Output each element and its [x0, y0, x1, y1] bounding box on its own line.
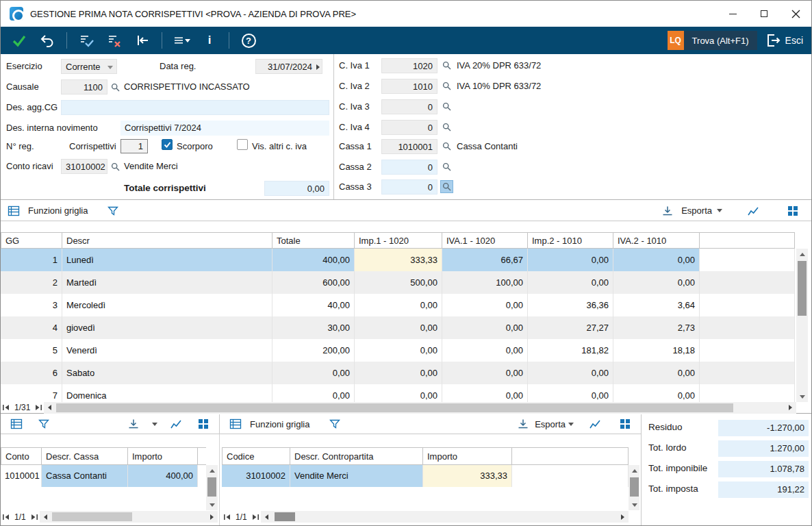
cell[interactable]: 30,00 — [272, 316, 355, 339]
search-button[interactable] — [440, 79, 453, 92]
minimize-button[interactable] — [717, 1, 748, 27]
scroll-up-button[interactable] — [796, 249, 808, 260]
column-header-filler[interactable] — [700, 232, 795, 249]
contropartita-vscrollbar[interactable] — [629, 465, 639, 510]
column-header[interactable]: Importo — [423, 447, 512, 465]
esercizio-select[interactable]: Corrente — [61, 59, 117, 74]
table-row[interactable]: 7Domenica0,000,000,000,000,00 — [1, 384, 795, 402]
layout-grid-button[interactable] — [616, 415, 634, 433]
cell[interactable] — [700, 249, 795, 271]
causale-code-field[interactable]: 1100 — [61, 79, 107, 95]
cell[interactable]: Cassa Contanti — [42, 465, 128, 487]
column-header[interactable]: Importo — [128, 447, 198, 465]
maximize-button[interactable] — [748, 1, 780, 27]
cell[interactable]: 2,73 — [613, 316, 700, 339]
cell[interactable]: 0,00 — [442, 316, 528, 339]
cell[interactable]: 0,00 — [442, 362, 528, 384]
cell[interactable] — [700, 362, 795, 384]
conto-ricavi-search-button[interactable] — [109, 160, 122, 173]
vis-altri-checkbox[interactable] — [237, 139, 248, 150]
column-header[interactable]: GG — [1, 232, 62, 249]
code-field[interactable]: 1020 — [381, 58, 437, 73]
column-header[interactable]: Imp.1 - 1020 — [355, 232, 442, 249]
cell[interactable]: 0,00 — [355, 316, 442, 339]
cell[interactable]: 0,00 — [272, 362, 355, 384]
cell[interactable]: 1010001 — [1, 465, 42, 487]
cell[interactable]: 0,00 — [442, 294, 528, 316]
cell[interactable]: 0,00 — [528, 384, 613, 402]
cell[interactable]: 0,00 — [355, 362, 442, 384]
contropartita-hscrollbar[interactable] — [261, 511, 629, 523]
scrollbar-thumb[interactable] — [798, 261, 807, 316]
chart-button[interactable] — [744, 202, 762, 220]
cell[interactable] — [700, 316, 795, 339]
cassa-vscrollbar[interactable] — [206, 465, 218, 510]
chart-button[interactable] — [586, 415, 604, 433]
layout-grid-button[interactable] — [784, 202, 802, 220]
cell[interactable]: Martedì — [62, 271, 272, 294]
cell[interactable] — [700, 339, 795, 362]
first-page-button[interactable] — [222, 511, 233, 523]
help-button[interactable]: ? — [240, 32, 257, 49]
scroll-left-button[interactable] — [40, 511, 51, 523]
cell[interactable]: 0,00 — [528, 362, 613, 384]
chevron-down-icon[interactable] — [568, 423, 574, 426]
des-interna-field[interactable]: Corrispettivi 7/2024 — [120, 121, 329, 136]
cell[interactable]: Mercoledì — [62, 294, 272, 316]
first-page-button[interactable] — [1, 511, 12, 523]
cell[interactable]: Venerdì — [62, 339, 272, 362]
main-grid-vscrollbar[interactable] — [796, 249, 808, 402]
table-row[interactable]: 1Lunedì400,00333,3366,670,000,00 — [1, 249, 795, 271]
column-header[interactable]: Descr — [62, 232, 272, 249]
cell[interactable]: 0,00 — [613, 362, 700, 384]
exit-button[interactable]: Esci — [765, 33, 803, 48]
menu-button[interactable] — [173, 32, 190, 49]
cancel-rows-button[interactable] — [105, 32, 123, 49]
search-button[interactable] — [440, 59, 453, 72]
export-button[interactable] — [125, 415, 142, 433]
cell[interactable] — [700, 294, 795, 316]
scroll-up-button[interactable] — [206, 465, 218, 476]
info-button[interactable]: i — [201, 32, 218, 49]
first-page-button[interactable] — [1, 402, 12, 414]
table-row[interactable]: 4giovedì30,000,000,0027,272,73 — [1, 316, 795, 339]
export-label[interactable]: Esporta — [535, 419, 566, 429]
filter-button[interactable] — [104, 202, 122, 220]
cell[interactable]: 3 — [1, 294, 62, 316]
cell[interactable]: 0,00 — [272, 384, 355, 402]
cell[interactable]: 400,00 — [128, 465, 198, 487]
column-header-filler[interactable] — [198, 447, 206, 465]
cell[interactable]: 0,00 — [442, 384, 528, 402]
column-header[interactable]: Conto — [1, 447, 42, 465]
cell[interactable]: 0,00 — [442, 339, 528, 362]
table-row[interactable]: 2Martedì600,00500,00100,000,000,00 — [1, 271, 795, 294]
cell[interactable]: 100,00 — [442, 271, 528, 294]
code-field[interactable]: 1010001 — [381, 139, 437, 154]
data-reg-field[interactable]: 31/07/2024 — [255, 59, 322, 74]
table-row[interactable]: 1010001Cassa Contanti400,00 — [1, 465, 206, 487]
cell[interactable]: 1 — [1, 249, 62, 271]
scrollbar-thumb[interactable] — [630, 477, 639, 497]
scroll-right-button[interactable] — [206, 511, 218, 523]
code-field[interactable]: 0 — [381, 99, 437, 114]
scroll-left-button[interactable] — [44, 402, 55, 414]
cell[interactable]: 6 — [1, 362, 62, 384]
cell[interactable]: 0,00 — [355, 339, 442, 362]
filter-button[interactable] — [35, 415, 53, 433]
export-label[interactable]: Esporta — [681, 205, 712, 216]
cell[interactable]: 31010002 — [222, 465, 290, 487]
scroll-down-button[interactable] — [206, 499, 218, 510]
cell[interactable]: 0,00 — [355, 384, 442, 402]
search-button[interactable] — [440, 160, 453, 173]
conto-ricavi-field[interactable]: 31010002 — [61, 159, 107, 174]
cell[interactable]: giovedì — [62, 316, 272, 339]
undo-button[interactable] — [38, 32, 56, 49]
cell[interactable]: 333,33 — [423, 465, 512, 487]
scroll-left-button[interactable] — [261, 511, 272, 523]
search-button[interactable] — [440, 180, 453, 193]
restore-button[interactable] — [134, 32, 151, 49]
cell[interactable]: 2 — [1, 271, 62, 294]
export-button[interactable] — [514, 415, 532, 433]
cell[interactable]: 0,00 — [528, 249, 613, 271]
causale-search-button[interactable] — [109, 81, 122, 94]
